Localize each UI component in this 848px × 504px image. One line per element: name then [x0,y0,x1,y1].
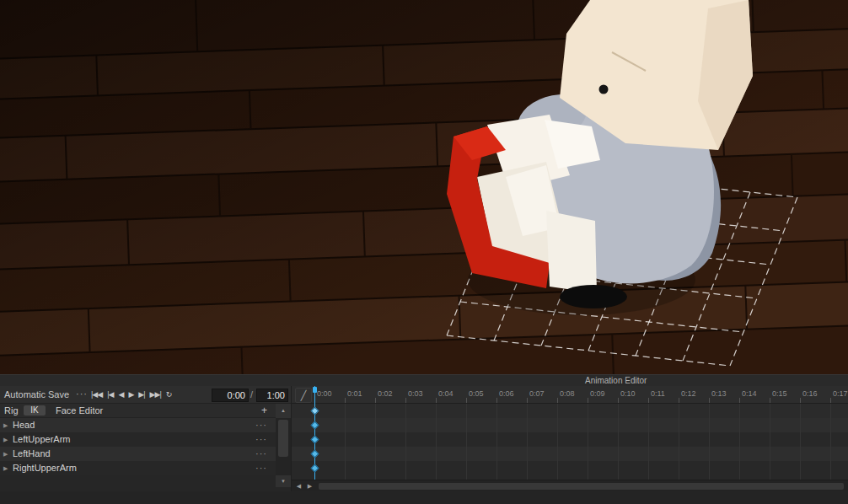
ruler-tick-mark [588,398,588,403]
ruler-tick-mark [436,398,437,403]
track-label: LeftUpperArm [13,434,70,444]
lower-leg [546,211,597,293]
automatic-save-label[interactable]: Automatic Save [4,389,69,399]
playhead-handle[interactable] [313,387,317,393]
track-row[interactable]: ▶Head··· [0,418,276,432]
timeline-ruler[interactable]: ╱ 0:000:010:020:030:040:050:060:070:080:… [292,386,848,404]
expand-icon[interactable]: ▶ [3,465,8,472]
gridline [436,404,437,480]
gridline [527,404,528,480]
hscroll-thumb[interactable] [319,483,844,490]
play-reverse-button[interactable]: ◀ [118,389,123,401]
ruler-tick-label: 0:05 [469,389,484,398]
track-vertical-scrollbar[interactable] [276,418,291,475]
skip-to-start-button[interactable]: |◀◀ [91,389,102,401]
current-time-input[interactable]: 0:00 [212,389,249,402]
time-separator: / [250,389,253,399]
ruler-tick-mark [405,398,406,403]
skip-to-end-button[interactable]: ▶▶| [150,389,161,401]
previous-keyframe-button[interactable]: |◀ [107,389,113,401]
viewport-3d[interactable] [0,0,848,374]
track-list: ▶Head···▶LeftUpperArm···▶LeftHand···▶Rig… [0,418,276,475]
scroll-down-button[interactable]: ▼ [276,475,291,487]
ruler-tick-label: 0:01 [347,389,362,398]
ruler-tick-mark [739,398,740,403]
ruler-tick-mark [496,398,497,403]
rig-label: Rig [4,405,19,416]
toolbar-overflow-button[interactable]: ··· [76,389,88,399]
ruler-tick-label: 0:12 [681,389,696,398]
gridline-layer [292,404,848,480]
track-overflow-button[interactable]: ··· [255,434,267,444]
ruler-tick-mark [770,398,770,403]
ruler-tick-label: 0:17 [833,389,848,398]
gridline [800,404,801,480]
ruler-tick-label: 0:14 [742,389,757,398]
ruler-tick-label: 0:11 [651,389,665,398]
ruler-tick-mark [648,398,649,403]
scroll-up-button[interactable]: ▲ [276,404,291,418]
panel-bottom-strip [0,491,848,504]
expand-icon[interactable]: ▶ [3,422,8,429]
timeline-horizontal-scrollbar[interactable]: ◀ ▶ [292,480,848,491]
ruler-tick-label: 0:06 [499,389,514,398]
gridline [496,404,497,480]
ruler-tick-label: 0:00 [317,389,332,398]
track-overflow-button[interactable]: ··· [255,420,267,430]
track-overflow-button[interactable]: ··· [255,448,267,458]
ik-button[interactable]: IK [24,405,46,416]
end-time-input[interactable]: 1:00 [256,389,288,402]
easing-curve-icon[interactable]: ╱ [295,388,312,403]
track-label: Head [13,420,35,430]
ruler-tick-mark [345,398,346,403]
ruler-tick-label: 0:03 [408,389,423,398]
ruler-tick-mark [709,398,710,403]
gridline [648,404,649,480]
gridline [375,404,376,480]
ruler-tick-mark [466,398,467,403]
viewport-render [0,0,848,374]
track-row[interactable]: ▶LeftUpperArm··· [0,432,276,447]
hscroll-right-button[interactable]: ▶ [305,482,314,491]
next-keyframe-button[interactable]: ▶| [138,389,144,401]
track-overflow-button[interactable]: ··· [255,463,267,473]
add-track-button[interactable]: + [261,405,267,416]
loop-button[interactable]: ↻ [166,389,172,401]
play-button[interactable]: ▶ [128,389,133,401]
gridline [709,404,710,480]
ruler-tick-label: 0:15 [772,389,787,398]
ruler-tick-label: 0:16 [802,389,818,398]
ruler-tick-label: 0:02 [378,389,393,398]
hscroll-left-button[interactable]: ◀ [294,482,303,491]
gridline [770,404,770,480]
track-row[interactable]: ▶LeftHand··· [0,447,276,461]
ruler-tick-mark [618,398,619,403]
ruler-tick-mark [830,398,831,403]
scrollbar-thumb[interactable] [278,420,288,457]
gridline [405,404,406,480]
panel-title: Animation Editor [585,376,647,385]
gridline [679,404,679,480]
gridline [588,404,588,480]
transport-controls: |◀◀|◀◀▶▶|▶▶|↻ [91,389,171,401]
track-label: LeftHand [13,448,51,458]
expand-icon[interactable]: ▶ [3,437,8,443]
ruler-tick-mark [679,398,679,403]
ruler-tick-label: 0:09 [590,389,605,398]
gridline [345,404,346,480]
ruler-tick-mark [527,398,528,403]
gridline [618,404,619,480]
ruler-tick-label: 0:08 [560,389,575,398]
ruler-tick-mark [557,398,558,403]
gridline [830,404,831,480]
eye [599,85,609,94]
expand-icon[interactable]: ▶ [3,451,8,458]
ruler-tick-label: 0:10 [620,389,636,398]
track-row[interactable]: ▶RightUpperArm··· [0,461,276,475]
ruler-tick-label: 0:13 [711,389,727,398]
animation-editor-panel: Animation Editor Automatic Save ··· |◀◀|… [0,374,848,504]
face-editor-tab[interactable]: Face Editor [56,405,103,416]
ruler-tick-label: 0:07 [529,389,545,398]
track-label: RightUpperArm [13,463,77,473]
dope-sheet[interactable]: ╱ 0:000:010:020:030:040:050:060:070:080:… [291,386,848,491]
